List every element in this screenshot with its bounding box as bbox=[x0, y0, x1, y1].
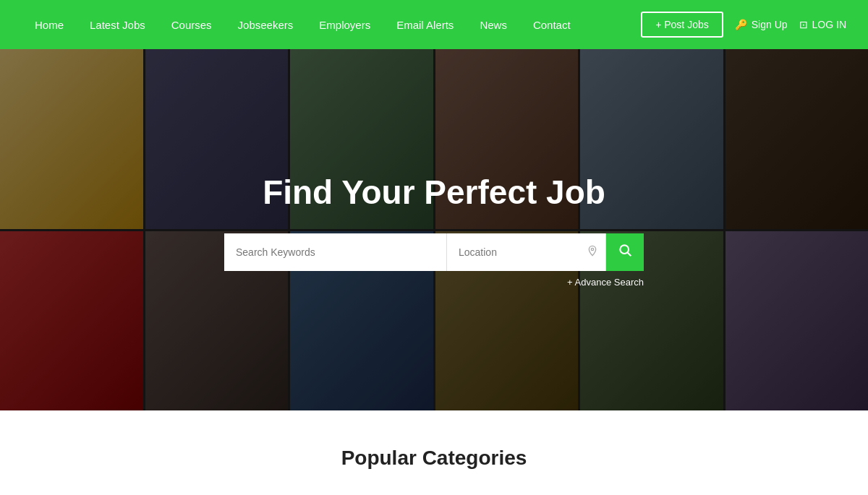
search-bar bbox=[224, 233, 644, 271]
nav-jobseekers[interactable]: Jobseekers bbox=[225, 0, 307, 49]
advance-search-link[interactable]: + Advance Search bbox=[567, 277, 644, 288]
nav-contact[interactable]: Contact bbox=[520, 0, 584, 49]
advance-search-wrapper: + Advance Search bbox=[224, 277, 644, 288]
nav-right: + Post Jobs 🔑 Sign Up ⊡ LOG IN bbox=[641, 12, 846, 38]
svg-line-2 bbox=[628, 253, 631, 257]
hero-section: Find Your Perfect Job bbox=[0, 49, 868, 410]
categories-title: Popular Categories bbox=[341, 447, 527, 470]
nav-employers[interactable]: Employers bbox=[306, 0, 383, 49]
post-jobs-button[interactable]: + Post Jobs bbox=[641, 12, 723, 38]
login-link[interactable]: ⊡ LOG IN bbox=[799, 19, 846, 30]
hero-content: Find Your Perfect Job bbox=[0, 173, 868, 288]
categories-section: Popular Categories bbox=[0, 410, 868, 495]
search-location-wrap bbox=[447, 233, 606, 271]
hero-title: Find Your Perfect Job bbox=[263, 173, 605, 212]
nav-email-alerts[interactable]: Email Alerts bbox=[383, 0, 467, 49]
login-icon: ⊡ bbox=[799, 19, 808, 30]
nav-home[interactable]: Home bbox=[22, 0, 77, 49]
search-keywords-input[interactable] bbox=[224, 233, 447, 271]
nav-news[interactable]: News bbox=[467, 0, 520, 49]
svg-point-1 bbox=[620, 245, 629, 254]
search-icon bbox=[618, 243, 632, 261]
sign-up-link[interactable]: 🔑 Sign Up bbox=[735, 19, 788, 30]
nav-courses[interactable]: Courses bbox=[158, 0, 225, 49]
nav-latest-jobs[interactable]: Latest Jobs bbox=[77, 0, 158, 49]
key-icon: 🔑 bbox=[735, 19, 747, 30]
search-button[interactable] bbox=[606, 233, 644, 271]
nav-links: Home Latest Jobs Courses Jobseekers Empl… bbox=[22, 0, 584, 49]
search-location-input[interactable] bbox=[447, 233, 605, 271]
navbar: Home Latest Jobs Courses Jobseekers Empl… bbox=[0, 0, 868, 49]
